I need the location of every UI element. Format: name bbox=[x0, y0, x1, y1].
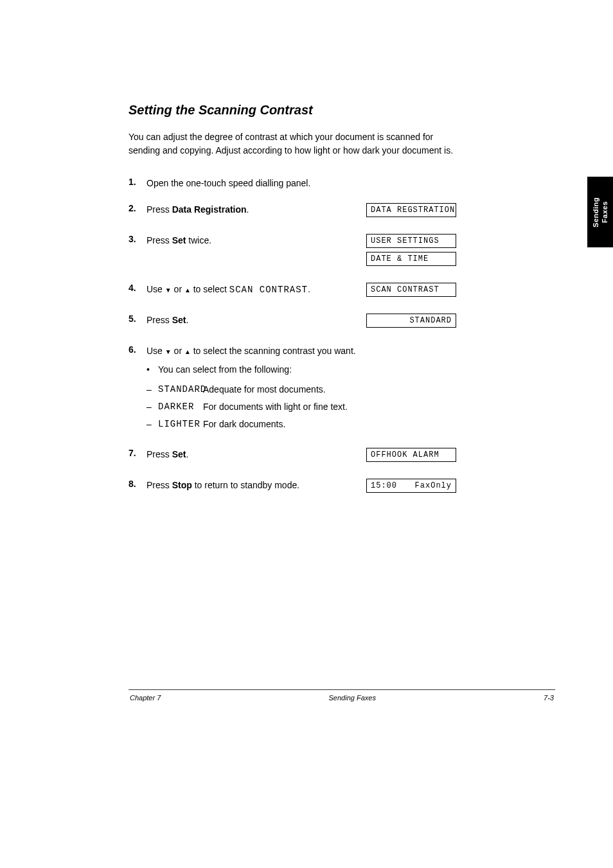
lcd-display: DATA REGSTRATION bbox=[366, 203, 456, 217]
step-text: Use ▼ or ▲ to select SCAN CONTRAST. bbox=[147, 283, 310, 301]
step-text: Press Stop to return to standby mode. bbox=[147, 479, 299, 497]
sub-bullet: • You can select from the following: bbox=[147, 363, 555, 376]
step-num: 8. bbox=[129, 479, 147, 497]
step-num: 2. bbox=[129, 203, 147, 221]
footer-center: Sending Faxes bbox=[329, 694, 376, 702]
step-text: Press Data Registration. bbox=[147, 203, 249, 221]
option-desc: Adequate for most documents. bbox=[203, 383, 555, 396]
step-num: 5. bbox=[129, 314, 147, 332]
bullet-icon: • bbox=[147, 363, 158, 376]
step-text: Open the one-touch speed dialling panel. bbox=[147, 177, 310, 190]
button-ref: Set bbox=[172, 449, 186, 459]
option-label: STANDARD bbox=[158, 383, 203, 396]
step-num: 6. bbox=[129, 344, 147, 358]
step-text: Press Set. bbox=[147, 314, 188, 332]
menu-item-ref: SCAN CONTRAST bbox=[229, 285, 308, 295]
lcd-display: USER SETTINGS bbox=[366, 234, 456, 248]
option-label: LIGHTER bbox=[158, 418, 203, 431]
step-6: 6. Use ▼ or ▲ to select the scanning con… bbox=[129, 344, 555, 435]
option-item: – STANDARD Adequate for most documents. bbox=[147, 383, 555, 396]
step-1: 1. Open the one-touch speed dialling pan… bbox=[129, 177, 555, 190]
step-text: Use ▼ or ▲ to select the scanning contra… bbox=[147, 344, 356, 358]
page-container: Sending Faxes Setting the Scanning Contr… bbox=[0, 0, 613, 727]
option-item: – LIGHTER For dark documents. bbox=[147, 418, 555, 431]
lcd-display: 15:00 FaxOnly bbox=[366, 479, 456, 493]
page-footer: Chapter 7 Sending Faxes 7-3 bbox=[129, 694, 555, 702]
time-value: 15:00 bbox=[371, 481, 397, 490]
option-item: – DARKER For documents with light or fin… bbox=[147, 400, 555, 414]
sub-text: You can select from the following: bbox=[158, 363, 555, 376]
step-num: 7. bbox=[129, 448, 147, 466]
option-desc: For documents with light or fine text. bbox=[203, 400, 555, 414]
lcd-display: SCAN CONTRAST bbox=[366, 283, 456, 297]
section-intro: You can adjust the degree of contrast at… bbox=[129, 130, 463, 157]
button-ref: Set bbox=[172, 315, 186, 325]
step-4: 4. Use ▼ or ▲ to select SCAN CONTRAST. S… bbox=[129, 283, 555, 301]
down-arrow-icon: ▼ bbox=[165, 287, 172, 294]
chapter-side-tab: Sending Faxes bbox=[587, 177, 613, 247]
option-desc: For dark documents. bbox=[203, 418, 555, 431]
footer-rule bbox=[129, 689, 555, 690]
option-list: – STANDARD Adequate for most documents. … bbox=[147, 383, 555, 431]
up-arrow-icon: ▲ bbox=[184, 287, 191, 294]
footer-left: Chapter 7 bbox=[130, 694, 161, 702]
step-8: 8. Press Stop to return to standby mode.… bbox=[129, 479, 555, 497]
button-ref: Set bbox=[172, 235, 186, 245]
lcd-display: OFFHOOK ALARM bbox=[366, 448, 456, 462]
step-text: Press Set twice. bbox=[147, 234, 211, 270]
step-3: 3. Press Set twice. USER SETTINGS DATE &… bbox=[129, 234, 555, 270]
up-arrow-icon: ▲ bbox=[184, 348, 191, 355]
step-text: Press Set. bbox=[147, 448, 188, 466]
step-2: 2. Press Data Registration. DATA REGSTRA… bbox=[129, 203, 555, 221]
side-tab-line1: Sending bbox=[592, 197, 600, 227]
down-arrow-icon: ▼ bbox=[165, 348, 172, 355]
side-tab-line2: Faxes bbox=[601, 201, 609, 223]
button-ref: Data Registration bbox=[172, 204, 247, 215]
step-num: 1. bbox=[129, 177, 147, 190]
lcd-display: DATE & TIME bbox=[366, 252, 456, 266]
step-num: 4. bbox=[129, 283, 147, 301]
mode-value: FaxOnly bbox=[415, 481, 452, 490]
footer-right: 7-3 bbox=[544, 694, 554, 702]
step-num: 3. bbox=[129, 234, 147, 270]
step-5: 5. Press Set. STANDARD bbox=[129, 314, 555, 332]
step-7: 7. Press Set. OFFHOOK ALARM bbox=[129, 448, 555, 466]
button-ref: Stop bbox=[172, 480, 192, 490]
option-label: DARKER bbox=[158, 400, 203, 414]
lcd-display: STANDARD bbox=[366, 314, 456, 328]
section-title: Setting the Scanning Contrast bbox=[129, 103, 555, 118]
